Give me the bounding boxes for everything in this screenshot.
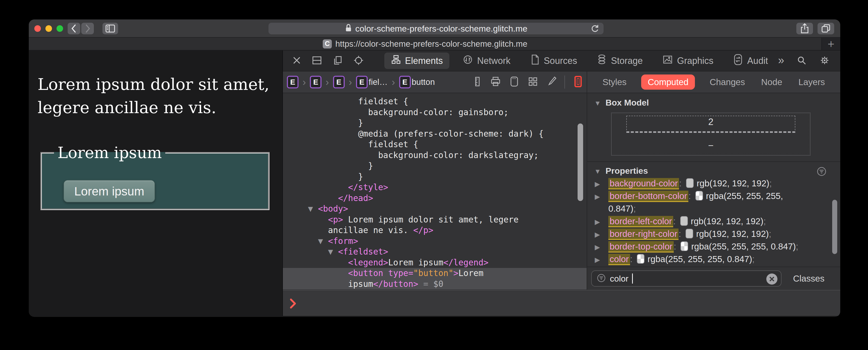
- code-line[interactable]: ▼ <form>: [283, 236, 587, 247]
- element-picker-button[interactable]: [353, 55, 364, 67]
- property-row-background-color[interactable]: background-color: rgb(192, 192, 192);: [587, 177, 829, 189]
- clear-filter-button[interactable]: [766, 273, 777, 285]
- property-name: border-left-color: [608, 216, 673, 227]
- search-button[interactable]: [796, 55, 807, 67]
- close-inspector-button[interactable]: [292, 56, 302, 66]
- share-button[interactable]: [796, 23, 813, 34]
- minimize-window-button[interactable]: [45, 25, 52, 32]
- forward-chevron-icon: [83, 24, 92, 33]
- ruler-button[interactable]: [473, 76, 482, 88]
- url-field[interactable]: color-scheme-prefers-color-scheme.glitch…: [269, 23, 603, 34]
- print-styles-button[interactable]: [490, 76, 501, 88]
- device-settings-button[interactable]: [509, 76, 520, 88]
- element-highlight-button[interactable]: [573, 76, 583, 89]
- box-model-top-value: 2: [612, 117, 810, 127]
- breadcrumb-item[interactable]: Efiel…: [356, 76, 388, 88]
- code-line[interactable]: ▼ <body>: [283, 204, 587, 214]
- code-line[interactable]: </style>: [283, 182, 587, 193]
- disclosure-right-icon[interactable]: [595, 215, 600, 228]
- properties-filter-icon[interactable]: [816, 166, 827, 178]
- breadcrumb-item[interactable]: E: [310, 76, 321, 88]
- disclosure-down-icon[interactable]: [594, 166, 601, 176]
- sidebar-tab-changes[interactable]: Changes: [708, 75, 746, 90]
- code-line[interactable]: }: [283, 161, 587, 172]
- paint-brush-button[interactable]: [546, 76, 556, 88]
- property-row-color[interactable]: color: rgba(255, 255, 255, 0.847);: [587, 253, 829, 265]
- property-row-border-bottom-color[interactable]: border-bottom-color: rgba(255, 255, 255,: [587, 189, 829, 202]
- browser-tab[interactable]: C https://color-scheme-prefers-color-sch…: [29, 38, 821, 50]
- grid-overlay-button[interactable]: [528, 76, 538, 88]
- code-line[interactable]: fieldset {: [283, 96, 587, 107]
- more-tabs-button[interactable]: »: [778, 55, 784, 67]
- browser-window: color-scheme-prefers-color-scheme.glitch…: [29, 20, 840, 317]
- detach-inspector-button[interactable]: [332, 55, 343, 66]
- properties-header[interactable]: Properties: [594, 165, 648, 177]
- property-row-border-right-color[interactable]: border-right-color: rgb(192, 192, 192);: [587, 228, 829, 240]
- network-icon: [463, 54, 473, 67]
- code-scrollbar[interactable]: [578, 123, 583, 201]
- code-line[interactable]: }: [283, 118, 587, 128]
- console-prompt-bar[interactable]: [283, 290, 840, 316]
- tabs-overview-button[interactable]: [817, 23, 834, 34]
- titlebar: color-scheme-prefers-color-scheme.glitch…: [29, 20, 840, 38]
- property-row-border-top-color[interactable]: border-top-color: rgba(255, 255, 255, 0.…: [587, 240, 829, 253]
- sidebar-tab-layers[interactable]: Layers: [797, 75, 826, 90]
- lorem-button[interactable]: Lorem ipsum: [64, 180, 155, 202]
- filter-input[interactable]: color: [591, 270, 781, 287]
- disclosure-right-icon[interactable]: [595, 228, 600, 241]
- breadcrumb-chevron-icon: ›: [391, 77, 396, 88]
- box-model-header[interactable]: Box Model: [594, 96, 649, 109]
- sidebar-tab-computed[interactable]: Computed: [641, 75, 695, 90]
- new-tab-button[interactable]: +: [821, 38, 840, 50]
- code-line[interactable]: <legend>Lorem ipsum</legend>: [283, 257, 587, 268]
- inspector-tab-elements[interactable]: Elements: [384, 53, 450, 69]
- dom-tree-panel[interactable]: fieldset { background-color: gainsboro; …: [283, 93, 587, 290]
- breadcrumb-item[interactable]: E: [287, 76, 299, 88]
- web-inspector: ElementsNetworkSourcesStorageGraphicsAud…: [282, 51, 840, 316]
- code-line[interactable]: ancillae ne vis. </p>: [283, 225, 587, 236]
- inspector-tab-storage[interactable]: Storage: [590, 52, 649, 69]
- zoom-window-button[interactable]: [57, 25, 63, 32]
- close-window-button[interactable]: [34, 25, 41, 32]
- disclosure-down-icon[interactable]: [594, 98, 601, 108]
- code-line-selected[interactable]: ipsum</button> = $0: [283, 279, 587, 290]
- inspector-tab-sources[interactable]: Sources: [524, 52, 584, 69]
- forward-button[interactable]: [81, 23, 94, 34]
- color-swatch[interactable]: [681, 241, 688, 251]
- sidebar-scrollbar[interactable]: [832, 200, 837, 254]
- settings-gear-button[interactable]: [819, 55, 830, 67]
- code-line[interactable]: @media (prefers-color-scheme: dark) {: [283, 128, 587, 139]
- code-line[interactable]: </head>: [283, 193, 587, 204]
- sidebar-toggle-button[interactable]: [102, 23, 118, 34]
- classes-button[interactable]: Classes: [793, 273, 824, 284]
- reload-button[interactable]: [590, 24, 599, 33]
- breadcrumb-item[interactable]: Ebutton: [399, 76, 435, 88]
- code-line-selected[interactable]: <button type="button">Lorem: [283, 268, 587, 279]
- sidebar-tab-node[interactable]: Node: [760, 75, 784, 90]
- inspector-tab-audit[interactable]: Audit: [726, 52, 774, 70]
- code-line[interactable]: fieldset {: [283, 139, 587, 150]
- code-line[interactable]: <p> Lorem ipsum dolor sit amet, legere: [283, 214, 587, 225]
- color-swatch[interactable]: [686, 178, 694, 188]
- inspector-tab-label: Sources: [544, 56, 577, 66]
- color-swatch[interactable]: [637, 254, 645, 264]
- property-row-border-left-color[interactable]: border-left-color: rgb(192, 192, 192);: [587, 215, 829, 228]
- section-divider: [587, 162, 840, 162]
- sidebar-tab-styles[interactable]: Styles: [601, 75, 628, 90]
- disclosure-right-icon[interactable]: [595, 240, 600, 254]
- breadcrumb-item[interactable]: E: [333, 76, 345, 88]
- dock-bottom-button[interactable]: [312, 55, 322, 66]
- inspector-tab-graphics[interactable]: Graphics: [656, 53, 720, 69]
- back-button[interactable]: [68, 23, 80, 34]
- code-line[interactable]: background-color: gainsboro;: [283, 107, 587, 118]
- color-swatch[interactable]: [680, 216, 688, 226]
- code-line[interactable]: background-color: darkslategray;: [283, 150, 587, 161]
- disclosure-right-icon[interactable]: [595, 253, 600, 266]
- inspector-tab-network[interactable]: Network: [456, 52, 517, 69]
- code-line[interactable]: ▼ <fieldset>: [283, 246, 587, 257]
- code-line[interactable]: }: [283, 172, 587, 182]
- disclosure-right-icon[interactable]: [595, 189, 600, 203]
- color-swatch[interactable]: [686, 229, 693, 238]
- color-swatch[interactable]: [695, 191, 703, 201]
- disclosure-right-icon[interactable]: [595, 177, 600, 191]
